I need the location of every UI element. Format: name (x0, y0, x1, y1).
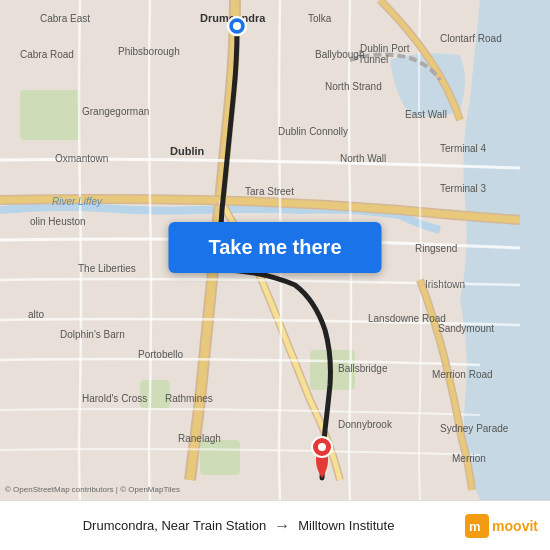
svg-text:Dublin Connolly: Dublin Connolly (278, 126, 348, 137)
svg-text:North Wall: North Wall (340, 153, 386, 164)
svg-text:Portobello: Portobello (138, 349, 183, 360)
svg-text:Phibsborough: Phibsborough (118, 46, 180, 57)
svg-text:Tolka: Tolka (308, 13, 332, 24)
svg-point-45 (318, 443, 326, 451)
svg-point-43 (233, 22, 241, 30)
svg-text:Sydney Parade: Sydney Parade (440, 423, 509, 434)
arrow-icon: → (274, 517, 290, 535)
svg-text:m: m (469, 519, 481, 534)
svg-text:Dolphin's Barn: Dolphin's Barn (60, 329, 125, 340)
svg-text:North Strand: North Strand (325, 81, 382, 92)
svg-text:Ringsend: Ringsend (415, 243, 457, 254)
svg-text:Tunnel: Tunnel (358, 54, 388, 65)
svg-text:© OpenStreetMap contributors |: © OpenStreetMap contributors | © OpenMap… (5, 485, 180, 494)
destination-label: Milltown Institute (298, 518, 394, 533)
moovit-logo: m moovit (465, 514, 538, 538)
svg-text:Clontarf Road: Clontarf Road (440, 33, 502, 44)
svg-text:Dublin: Dublin (170, 145, 204, 157)
svg-rect-1 (20, 90, 80, 140)
svg-text:Grangegorman: Grangegorman (82, 106, 149, 117)
svg-text:Irishtown: Irishtown (425, 279, 465, 290)
svg-text:Merrion Road: Merrion Road (432, 369, 493, 380)
moovit-icon: m (465, 514, 489, 538)
svg-text:alto: alto (28, 309, 45, 320)
svg-text:olin Heuston: olin Heuston (30, 216, 86, 227)
origin-label: Drumcondra, Near Train Station (83, 518, 267, 533)
svg-text:Tara Street: Tara Street (245, 186, 294, 197)
take-me-there-button[interactable]: Take me there (168, 222, 381, 273)
svg-text:Oxmantown: Oxmantown (55, 153, 108, 164)
svg-text:Harold's Cross: Harold's Cross (82, 393, 147, 404)
svg-text:Donnybrook: Donnybrook (338, 419, 393, 430)
svg-text:Ballsbridge: Ballsbridge (338, 363, 388, 374)
svg-text:Cabra Road: Cabra Road (20, 49, 74, 60)
svg-text:Lansdowne Road: Lansdowne Road (368, 313, 446, 324)
svg-text:Terminal 4: Terminal 4 (440, 143, 487, 154)
svg-rect-3 (200, 440, 240, 475)
svg-text:Terminal 3: Terminal 3 (440, 183, 487, 194)
svg-text:Rathmines: Rathmines (165, 393, 213, 404)
moovit-text: moovit (492, 518, 538, 534)
svg-text:The Liberties: The Liberties (78, 263, 136, 274)
svg-text:Sandymount: Sandymount (438, 323, 494, 334)
svg-text:Merrion: Merrion (452, 453, 486, 464)
svg-text:Ranelagh: Ranelagh (178, 433, 221, 444)
bottom-bar: Drumcondra, Near Train Station → Milltow… (0, 500, 550, 550)
svg-text:River Liffey: River Liffey (52, 196, 103, 207)
svg-text:East Wall: East Wall (405, 109, 447, 120)
map-container: Cabra East Cabra Road Phibsborough Drumc… (0, 0, 550, 500)
svg-text:Cabra East: Cabra East (40, 13, 90, 24)
svg-text:Dublin Port: Dublin Port (360, 43, 410, 54)
route-info: Drumcondra, Near Train Station → Milltow… (12, 517, 465, 535)
